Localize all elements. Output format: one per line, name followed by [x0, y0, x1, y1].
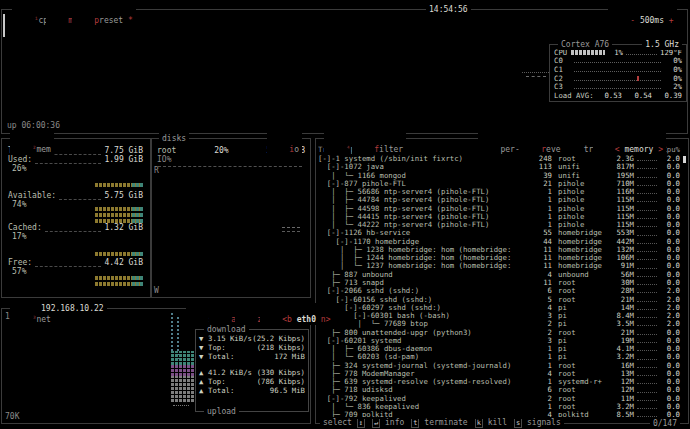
net-ip-address: 192.168.10.22 — [38, 303, 107, 314]
proc-mem-graph — [634, 314, 660, 318]
proc-mem-graph — [634, 198, 660, 202]
proc-mem-graph — [634, 190, 660, 194]
preset-button[interactable]: preset * — [72, 4, 136, 26]
disk-io-label: IO% — [157, 155, 171, 164]
disk-write-label: W — [154, 286, 159, 295]
disk-used-percent: 20% — [176, 146, 266, 155]
proc-mem-graph — [634, 240, 660, 244]
load-avg-label: Load AVG: — [554, 91, 594, 100]
download-arrow-icon: ▼ — [199, 352, 208, 361]
cpu-core-row: C3 2% — [550, 82, 686, 91]
proc-mem-graph — [634, 331, 660, 335]
signals-action[interactable]: s signals — [514, 417, 561, 429]
net-stat-row: ▼ 3.15 KiB/s (25.2 Kibps) — [196, 334, 308, 343]
proc-mem-graph — [634, 174, 660, 178]
net-upload-rows: ▲ 41.2 KiB/s (330 Kibps) ▲ Top: (786 Kib… — [196, 368, 308, 394]
core-activity-tick — [637, 76, 639, 81]
net-scale-bottom: 70K — [5, 412, 19, 421]
download-box-label: download — [204, 324, 249, 335]
select-action[interactable]: select ↕ — [323, 417, 365, 429]
mem-used-percent: 26% — [12, 164, 26, 173]
net-stat-row: ▼ Total: 172 MiB — [196, 352, 308, 361]
net-prev-button: <b — [282, 315, 292, 324]
disks-io-toggle[interactable]: io — [267, 133, 302, 155]
mem-free-percent: 57% — [12, 267, 26, 276]
cpu-graph-trail2 — [526, 76, 546, 77]
info-action[interactable]: ↵ info — [372, 417, 404, 429]
proc-row-list: [-]-1 systemd (/sbin/init fixrtc) 248 ro… — [318, 155, 686, 420]
cpu-core-row: C0 0% — [550, 57, 686, 66]
proc-mem-graph — [634, 306, 660, 310]
mem-available-percent: 74% — [12, 200, 26, 209]
mem-free-row: Free:4.42 GiB — [8, 258, 143, 267]
mem-cached-percent: 17% — [12, 232, 26, 241]
disks-panel-title: disks — [159, 133, 189, 144]
update-interval: - 500ms + — [608, 4, 677, 26]
proc-mem-graph — [634, 248, 660, 252]
proc-mem-graph — [634, 356, 660, 360]
disk-name: root — [157, 146, 176, 155]
net-graph-baseline — [173, 405, 189, 406]
net-stat-row: ▲ 41.2 KiB/s (330 Kibps) — [196, 368, 308, 377]
load-avg-row: Load AVG: 0.53 0.54 0.39 — [550, 91, 686, 100]
net-stat-row: ▲ Top: (786 Kibps) — [196, 377, 308, 386]
proc-sort-selector[interactable]: < memory > — [593, 133, 666, 155]
proc-mem-graph — [634, 405, 660, 409]
mem-panel-title[interactable]: ²mem — [10, 133, 54, 155]
proc-mem-graph — [634, 372, 660, 376]
cpu-core-rows: C0 0% C1 0% C2 0% C3 — [550, 57, 686, 91]
proc-mem-graph — [634, 339, 660, 343]
download-arrow-icon: ▼ — [199, 334, 208, 343]
net-interface-selector[interactable]: <b eth0 n> — [260, 303, 333, 325]
cpu-total-meter — [571, 50, 605, 55]
disk-read-label: R — [154, 166, 159, 175]
net-download-rows: ▼ 3.15 KiB/s (25.2 Kibps) ▼ Top: (218 Ki… — [196, 334, 308, 360]
proc-scrollbar-thumb[interactable] — [683, 156, 686, 163]
proc-footer: select ↕ ↵ info t terminate k kill s sig… — [320, 417, 564, 429]
interval-value: 500ms — [640, 16, 664, 25]
cpu-core-row: C1 0% — [550, 65, 686, 74]
terminate-action[interactable]: t terminate — [411, 417, 467, 429]
disk-io-activity — [282, 227, 300, 228]
uptime: up 06:00:36 — [7, 121, 60, 130]
interval-increase-button[interactable]: + — [669, 16, 674, 25]
mem-cached-meter — [95, 251, 143, 256]
kill-action[interactable]: k kill — [475, 417, 507, 429]
net-panel: ³net 192.168.10.22 sync auto zero <b eth… — [1, 308, 311, 424]
upload-box-label: upload — [204, 406, 239, 417]
proc-mem-graph — [634, 207, 660, 211]
mem-available-row: Available:5.75 GiB — [8, 191, 143, 200]
proc-mem-graph — [634, 389, 660, 393]
proc-mem-graph — [634, 322, 660, 326]
proc-mem-graph — [634, 157, 660, 161]
disk-io-graph-line — [158, 166, 302, 167]
cpu-panel: ¹cpu menu preset * 14:54:56 - 500ms + Co… — [1, 9, 688, 134]
proc-mem-graph — [634, 281, 660, 285]
net-stat-row: ▲ Total: 96.5 MiB — [196, 386, 308, 395]
proc-mem-graph — [634, 223, 660, 227]
proc-mem-graph — [634, 298, 660, 302]
proc-mem-graph — [634, 413, 660, 417]
mem-available-meter — [95, 207, 143, 223]
mem-used-row: Used:1.99 GiB — [8, 155, 143, 164]
proc-mem-graph — [634, 364, 660, 368]
mem-cached-row: Cached:1.32 GiB — [8, 223, 143, 232]
proc-selection-count: 0/147 — [650, 418, 680, 429]
download-arrow-icon: ▼ — [199, 343, 208, 352]
mem-panel: ²mem Total:7.75 GiB Used:1.99 GiB 26% Av… — [1, 138, 151, 298]
proc-mem-graph — [634, 215, 660, 219]
upload-arrow-icon: ▲ — [199, 386, 208, 395]
proc-mem-graph — [634, 289, 660, 293]
cpu-graph-spike — [3, 14, 5, 37]
net-info-box: download ▼ 3.15 KiB/s (25.2 Kibps) ▼ Top… — [195, 329, 309, 412]
proc-mem-graph — [634, 273, 660, 277]
cpu-model: Cortex A76 — [558, 39, 612, 50]
disk-io-activity2 — [282, 231, 300, 232]
interval-decrease-button[interactable]: - — [630, 16, 635, 25]
proc-filter-button[interactable]: filter — [352, 133, 406, 155]
proc-mem-graph — [634, 347, 660, 351]
cpu-core-row: C2 0% — [550, 74, 686, 83]
proc-mem-graph — [634, 380, 660, 384]
upload-arrow-icon: ▲ — [199, 377, 208, 386]
proc-mem-graph — [634, 165, 660, 169]
